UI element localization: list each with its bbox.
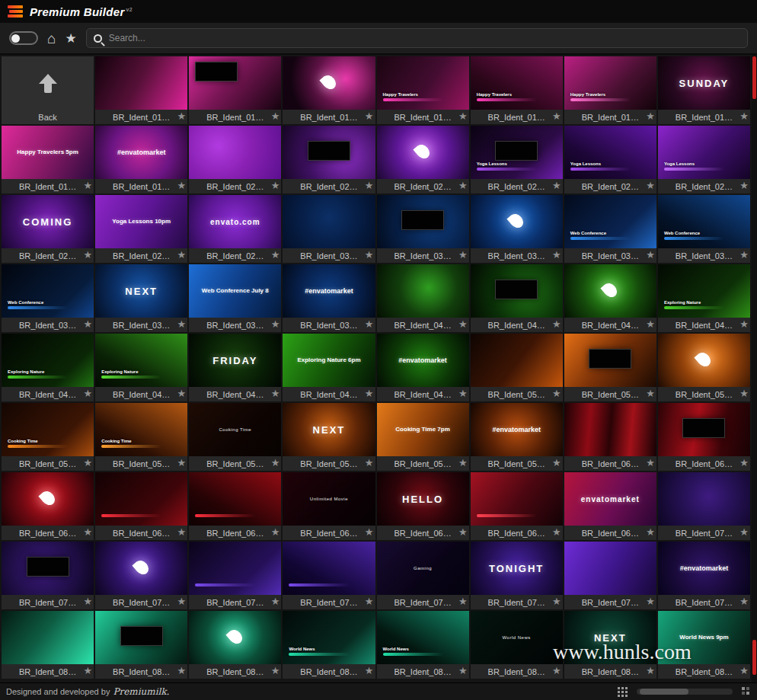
template-item[interactable]: BR_Ident_05…★ [658, 334, 750, 401]
template-thumbnail[interactable]: TONIGHT [471, 542, 563, 595]
template-item[interactable]: COMINGBR_Ident_02…★ [2, 195, 94, 263]
template-item[interactable]: Happy TravelersBR_Ident_01…★ [564, 56, 656, 124]
template-item[interactable]: Yoga LessonsBR_Ident_02…★ [471, 126, 563, 193]
favorite-star-icon[interactable]: ★ [739, 665, 749, 676]
template-item[interactable]: BR_Ident_06…★ [2, 472, 94, 540]
template-item[interactable]: Exploring NatureBR_Ident_04…★ [2, 334, 94, 401]
template-thumbnail[interactable] [283, 56, 375, 110]
favorite-star-icon[interactable]: ★ [646, 180, 655, 191]
template-thumbnail[interactable]: Exploring Nature 6pm [283, 334, 375, 387]
favorite-star-icon[interactable]: ★ [646, 526, 655, 538]
favorite-star-icon[interactable]: ★ [646, 318, 655, 330]
template-thumbnail[interactable]: Cooking Time [95, 403, 187, 456]
template-thumbnail[interactable]: Web Conference July 8 [189, 264, 281, 318]
favorite-star-icon[interactable]: ★ [365, 318, 374, 330]
template-thumbnail[interactable]: Gaming [377, 542, 469, 595]
template-thumbnail[interactable]: SUNDAY [658, 56, 750, 110]
template-item[interactable]: #envatomarketBR_Ident_04…★ [377, 334, 469, 401]
template-item[interactable]: Cooking Time 7pmBR_Ident_05…★ [377, 403, 469, 471]
template-item[interactable]: Unlimited MovieBR_Ident_06…★ [283, 472, 375, 540]
template-item[interactable]: Exploring NatureBR_Ident_04…★ [95, 334, 187, 401]
template-item[interactable]: NEXTBR_Ident_03…★ [95, 264, 187, 332]
template-item[interactable]: World NewsBR_Ident_08…★ [471, 611, 563, 679]
favorite-star-icon[interactable]: ★ [552, 318, 561, 330]
template-thumbnail[interactable]: #envatomarket [377, 334, 469, 387]
template-thumbnail[interactable] [95, 542, 187, 595]
favorite-star-icon[interactable]: ★ [177, 665, 187, 676]
favorite-star-icon[interactable]: ★ [552, 180, 561, 191]
vertical-scrollbar[interactable] [752, 55, 757, 682]
resize-grip-icon[interactable] [742, 687, 745, 690]
template-thumbnail[interactable]: NEXT [564, 611, 656, 664]
favorite-star-icon[interactable]: ★ [83, 457, 92, 468]
template-item[interactable]: BR_Ident_07…★ [658, 472, 750, 540]
template-item[interactable]: envato.comBR_Ident_02…★ [189, 195, 281, 263]
template-item[interactable]: BR_Ident_04…★ [377, 264, 469, 332]
template-thumbnail[interactable]: Yoga Lessons [658, 126, 750, 179]
template-thumbnail[interactable] [658, 403, 750, 456]
favorite-star-icon[interactable]: ★ [458, 180, 468, 191]
template-thumbnail[interactable]: Web Conference [2, 264, 94, 318]
template-item[interactable]: BR_Ident_06…★ [658, 403, 750, 471]
template-thumbnail[interactable] [189, 56, 281, 110]
favorite-star-icon[interactable]: ★ [552, 457, 561, 468]
template-thumbnail[interactable] [2, 542, 94, 595]
template-thumbnail[interactable] [377, 264, 469, 318]
template-item[interactable]: Cooking TimeBR_Ident_05…★ [2, 403, 94, 471]
favorite-star-icon[interactable]: ★ [271, 318, 280, 330]
template-item[interactable]: Happy Travelers 5pmBR_Ident_01…★ [2, 126, 94, 193]
template-thumbnail[interactable] [564, 334, 656, 387]
template-item[interactable]: NEXTBR_Ident_05…★ [283, 403, 375, 471]
favorite-star-icon[interactable]: ★ [552, 526, 561, 538]
template-thumbnail[interactable] [95, 56, 187, 110]
favorite-star-icon[interactable]: ★ [83, 180, 92, 191]
template-item[interactable]: envatomarketBR_Ident_06…★ [564, 472, 656, 540]
search-bar[interactable] [86, 28, 748, 48]
template-item[interactable]: Cooking TimeBR_Ident_05…★ [189, 403, 281, 471]
favorite-star-icon[interactable]: ★ [458, 665, 468, 676]
template-thumbnail[interactable]: World News 9pm [658, 611, 750, 664]
template-item[interactable]: Web Conference July 8BR_Ident_03…★ [189, 264, 281, 332]
template-item[interactable]: BR_Ident_02…★ [189, 126, 281, 193]
favorite-star-icon[interactable]: ★ [83, 526, 92, 538]
favorite-star-icon[interactable]: ★ [646, 596, 655, 607]
template-thumbnail[interactable]: Happy Travelers 5pm [2, 126, 94, 179]
template-item[interactable]: BR_Ident_07…★ [189, 542, 281, 609]
template-item[interactable]: World NewsBR_Ident_08…★ [283, 611, 375, 679]
template-item[interactable]: FRIDAYBR_Ident_04…★ [189, 334, 281, 401]
favorite-star-icon[interactable]: ★ [739, 526, 749, 538]
template-thumbnail[interactable]: NEXT [283, 403, 375, 456]
favorite-star-icon[interactable]: ★ [458, 388, 468, 399]
favorite-star-icon[interactable]: ★ [177, 180, 187, 191]
favorite-star-icon[interactable]: ★ [458, 249, 468, 261]
favorite-star-icon[interactable]: ★ [83, 665, 92, 676]
favorite-star-icon[interactable]: ★ [646, 249, 655, 261]
scrollbar-thumb-bottom[interactable] [752, 640, 756, 675]
template-thumbnail[interactable] [283, 542, 375, 595]
favorite-star-icon[interactable]: ★ [365, 388, 374, 399]
template-item[interactable]: Happy TravelersBR_Ident_01…★ [377, 56, 469, 124]
favorite-star-icon[interactable]: ★ [365, 457, 374, 468]
template-thumbnail[interactable] [471, 334, 563, 387]
template-thumbnail[interactable]: #envatomarket [283, 264, 375, 318]
grid-view-icon[interactable] [618, 687, 620, 689]
template-item[interactable]: Web ConferenceBR_Ident_03…★ [2, 264, 94, 332]
home-icon[interactable]: ⌂ [47, 31, 56, 46]
favorite-star-icon[interactable]: ★ [739, 318, 749, 330]
template-thumbnail[interactable]: FRIDAY [189, 334, 281, 387]
favorite-star-icon[interactable]: ★ [458, 596, 468, 607]
search-input[interactable] [109, 33, 740, 43]
template-item[interactable]: Happy TravelersBR_Ident_01…★ [471, 56, 563, 124]
template-thumbnail[interactable]: Yoga Lessons [564, 126, 656, 179]
template-item[interactable]: BR_Ident_05…★ [471, 334, 563, 401]
favorite-star-icon[interactable]: ★ [646, 388, 655, 399]
horizontal-scrollbar[interactable] [637, 689, 733, 695]
favorite-star-icon[interactable]: ★ [365, 526, 374, 538]
template-item[interactable]: BR_Ident_01…★ [283, 56, 375, 124]
favorite-star-icon[interactable]: ★ [458, 110, 468, 122]
favorite-star-icon[interactable]: ★ [271, 388, 280, 399]
template-thumbnail[interactable] [471, 195, 563, 248]
template-item[interactable]: Yoga Lessons 10pmBR_Ident_02…★ [95, 195, 187, 263]
favorite-star-icon[interactable]: ★ [177, 318, 187, 330]
template-item[interactable]: Exploring NatureBR_Ident_04…★ [658, 264, 750, 332]
